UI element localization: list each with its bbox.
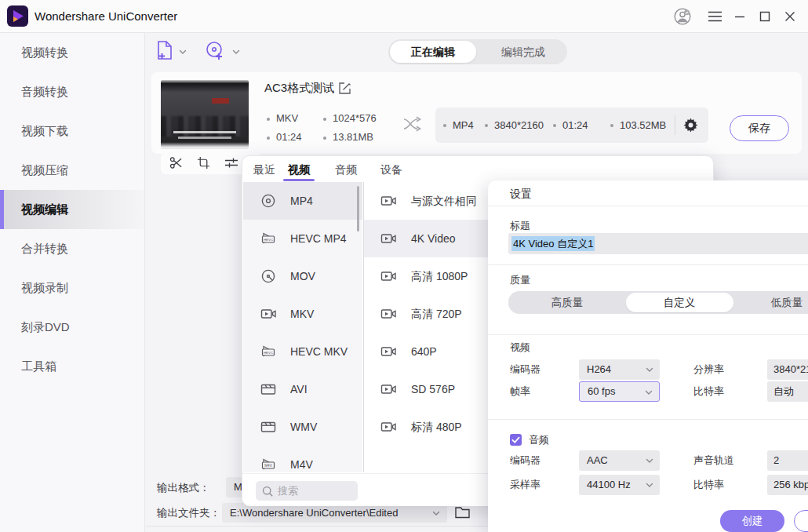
minimize-button[interactable]	[730, 7, 749, 26]
chevron-down-icon	[646, 482, 653, 489]
mov-disc-icon	[260, 268, 277, 285]
source-size: 13.81MB	[323, 131, 373, 143]
divider	[488, 334, 808, 335]
output-resolution: 3840*2160	[494, 107, 544, 143]
audio-bitrate-value[interactable]: 256 kbps	[767, 475, 808, 495]
sidebar: 视频转换 音频转换 视频下载 视频压缩 视频编辑 合并转换 视频录制 刻录DVD…	[0, 33, 145, 532]
resolution-item-same-as-source[interactable]: 与源文件相同	[364, 182, 489, 220]
audio-checkbox[interactable]	[510, 434, 522, 446]
format-list-scrollbar[interactable]	[357, 186, 359, 231]
video-camera-icon	[260, 305, 277, 322]
resolution-field-label: 分辨率	[693, 359, 724, 380]
preset-title-input[interactable]: 4K Video 自定义1	[508, 233, 808, 254]
video-thumbnail[interactable]	[161, 80, 249, 149]
video-encoder-label: 编码器	[510, 359, 540, 380]
add-disc-dropdown-icon[interactable]	[232, 49, 240, 56]
sidebar-item-screen-record[interactable]: 视频录制	[0, 268, 144, 308]
resolution-item-480p[interactable]: 标清 480P	[364, 408, 489, 446]
trim-scissors-icon[interactable]	[169, 156, 183, 169]
quality-high-option[interactable]: 高质量	[540, 291, 595, 314]
framerate-select[interactable]: 60 fps	[579, 381, 660, 402]
video-encoder-select[interactable]: H264	[579, 359, 660, 380]
output-format-label: 输出格式：	[157, 481, 210, 495]
output-size: 103.52MB	[620, 107, 666, 143]
search-input[interactable]	[278, 481, 353, 501]
format-item-avi[interactable]: AVI	[243, 370, 362, 408]
chevron-down-icon	[646, 457, 653, 465]
format-item-hevc-mkv[interactable]: HEVC MKV	[243, 333, 362, 370]
sidebar-item-burn-dvd[interactable]: 刻录DVD	[0, 308, 144, 347]
thumbnail-crowd-art	[161, 116, 249, 137]
sidebar-item-video-compress[interactable]: 视频压缩	[0, 151, 144, 190]
effects-sliders-icon[interactable]	[224, 156, 238, 169]
video-bitrate-value[interactable]: 自动	[767, 381, 808, 402]
popup-tab-video[interactable]: 视频	[288, 163, 310, 177]
disc-icon	[260, 192, 277, 210]
video-resolution-value[interactable]: 3840*2160	[767, 359, 808, 380]
audio-channel-value[interactable]: 2	[767, 450, 808, 471]
add-file-dropdown-icon[interactable]	[179, 49, 187, 56]
check-icon	[510, 434, 522, 446]
sidebar-item-merge-convert[interactable]: 合并转换	[0, 229, 144, 268]
channel-label: 声音轨道	[693, 450, 734, 471]
chevron-down-icon	[646, 366, 653, 373]
create-button[interactable]: 创建	[720, 510, 784, 532]
add-file-button[interactable]	[155, 40, 175, 61]
sidebar-item-video-convert[interactable]: 视频转换	[0, 33, 144, 72]
maximize-button[interactable]	[755, 7, 774, 26]
rename-icon[interactable]	[338, 82, 351, 95]
quality-custom-option[interactable]: 自定义	[652, 291, 707, 314]
quality-low-option[interactable]: 低质量	[759, 291, 808, 314]
tab-edit-done[interactable]: 编辑完成	[481, 39, 566, 64]
save-button[interactable]: 保存	[730, 115, 789, 141]
folder-dropdown-chevron-icon	[432, 510, 440, 517]
audio-encoder-label: 编码器	[510, 450, 540, 471]
thumbnail-subtitle-line	[173, 131, 237, 133]
audio-encoder-select[interactable]: AAC	[579, 450, 660, 471]
resolution-list: 与源文件相同 4K Video 高清 1080P 高清 720P 640P SD…	[364, 182, 489, 472]
output-duration: 01:24	[562, 107, 588, 143]
sidebar-item-video-edit[interactable]: 视频编辑	[0, 190, 144, 229]
menu-icon[interactable]	[705, 7, 724, 26]
sidebar-item-audio-convert[interactable]: 音频转换	[0, 72, 144, 111]
framerate-label: 帧率	[510, 381, 530, 402]
chip-divider	[675, 115, 675, 135]
hevc-icon	[260, 230, 277, 247]
sidebar-item-toolbox[interactable]: 工具箱	[0, 347, 144, 386]
chevron-down-icon	[645, 389, 653, 396]
output-settings-gear-icon[interactable]	[682, 117, 699, 133]
output-format: MP4	[453, 107, 474, 143]
popup-tab-recent[interactable]: 最近	[253, 163, 275, 177]
resolution-item-576p[interactable]: SD 576P	[364, 370, 489, 408]
format-item-hevc-mp4[interactable]: HEVC MP4	[243, 220, 362, 257]
popup-tab-device[interactable]: 设备	[380, 163, 402, 177]
tab-editing[interactable]: 正在编辑	[390, 41, 476, 63]
resolution-item-1080p[interactable]: 高清 1080P	[364, 257, 489, 295]
sample-rate-select[interactable]: 44100 Hz	[579, 475, 660, 495]
format-item-mkv[interactable]: MKV	[243, 295, 362, 333]
active-tab-underline	[283, 179, 315, 181]
open-folder-icon[interactable]	[454, 505, 471, 520]
account-avatar-icon[interactable]	[673, 7, 692, 26]
video-camera-icon	[380, 192, 397, 210]
resolution-item-720p[interactable]: 高清 720P	[364, 295, 489, 333]
format-item-wmv[interactable]: WMV	[243, 408, 362, 446]
source-resolution: 1024*576	[323, 112, 377, 124]
hevc-icon	[260, 343, 277, 360]
format-item-mp4[interactable]: MP4	[243, 182, 362, 220]
popup-tab-audio[interactable]: 音频	[335, 163, 357, 177]
crop-icon[interactable]	[197, 156, 210, 169]
thumbnail-subtitle-line2	[178, 137, 231, 139]
format-item-mov[interactable]: MOV	[243, 257, 362, 295]
add-disc-button[interactable]	[205, 41, 225, 61]
resolution-item-4k[interactable]: 4K Video	[364, 220, 489, 257]
search-box[interactable]	[256, 481, 358, 501]
thumbnail-red-banner	[212, 98, 229, 104]
close-button[interactable]	[781, 7, 799, 26]
video-camera-icon	[380, 381, 397, 398]
clapperboard-icon	[260, 381, 277, 398]
audio-section-label: 音频	[529, 430, 549, 450]
sidebar-item-video-download[interactable]: 视频下载	[0, 111, 144, 151]
secondary-button[interactable]	[794, 510, 808, 532]
resolution-item-640p[interactable]: 640P	[364, 333, 489, 370]
